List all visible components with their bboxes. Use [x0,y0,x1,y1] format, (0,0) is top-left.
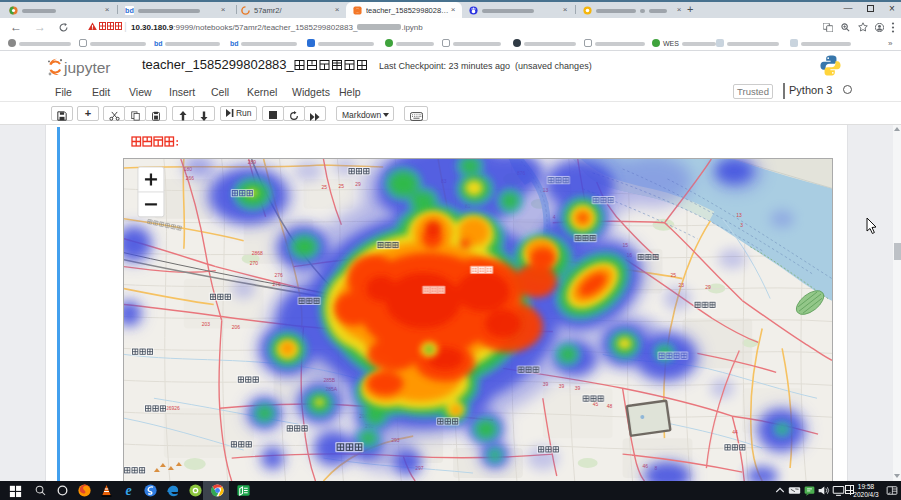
svg-text:206: 206 [232,324,241,330]
svg-text:39: 39 [575,385,581,391]
svg-text:25: 25 [338,183,344,189]
svg-text:29: 29 [705,284,711,290]
svg-text:26926: 26926 [166,405,180,411]
svg-text:276: 276 [275,272,284,278]
svg-text:13: 13 [736,212,742,218]
svg-text:270: 270 [250,260,259,266]
svg-text:jupyter: jupyter [63,59,111,76]
svg-text:48: 48 [607,403,613,409]
svg-text:25: 25 [670,272,676,278]
svg-text:23: 23 [678,282,684,288]
svg-text:bd: bd [125,6,134,15]
svg-text:203: 203 [202,321,211,327]
svg-text:3: 3 [740,222,743,228]
svg-text:44: 44 [732,429,738,435]
svg-text:29: 29 [355,181,361,187]
svg-text:25: 25 [321,184,327,190]
svg-text:2868: 2868 [252,250,263,256]
svg-text:39: 39 [559,383,565,389]
svg-text:276: 276 [273,281,282,287]
